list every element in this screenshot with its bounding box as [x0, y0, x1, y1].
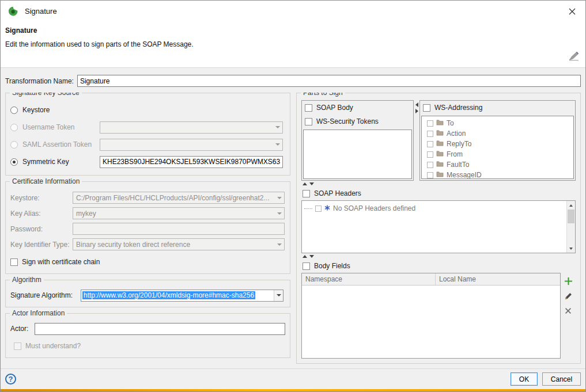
horizontal-split-divider-2[interactable] — [301, 253, 576, 259]
signature-key-source-group: Signature Key Source Keystore Username T… — [5, 93, 290, 176]
actor-input[interactable] — [35, 323, 285, 335]
soap-headers-row: SOAP Headers — [301, 187, 576, 200]
transformation-name-label: Transformation Name: — [5, 77, 74, 85]
scrollbar-thumb[interactable] — [568, 210, 574, 223]
body-fields-table: Namespace Local Name — [301, 273, 561, 359]
password-label: Password: — [10, 225, 73, 233]
column-header-local-name[interactable]: Local Name — [436, 273, 560, 285]
saml-assertion-radio-label: SAML Assertion Token — [22, 140, 92, 149]
parts-top-split: SOAP Body WS-Security Tokens — [301, 100, 576, 181]
soap-headers-box: No SOAP Headers defined — [301, 200, 576, 253]
symmetric-key-radio[interactable] — [10, 158, 18, 166]
help-icon[interactable]: ? — [5, 374, 16, 385]
tree-line — [304, 208, 312, 209]
symmetric-key-input[interactable] — [100, 156, 283, 168]
keystore-path-label: Keystore: — [10, 194, 73, 202]
header-panel: Signature Edit the information used to s… — [1, 22, 585, 68]
tree-item-label: FaultTo — [447, 161, 469, 169]
add-icon[interactable] — [564, 276, 573, 286]
page-title: Signature — [5, 26, 580, 35]
delete-x-icon[interactable] — [564, 306, 573, 315]
folder-icon — [436, 119, 444, 127]
column-header-namespace[interactable]: Namespace — [302, 273, 436, 285]
actor-information-group: Actor Information Actor: Must understand… — [5, 313, 290, 358]
chevron-down-icon — [273, 126, 282, 128]
transformation-name-input[interactable] — [77, 75, 581, 87]
app-icon — [7, 6, 19, 17]
collapse-down-icon[interactable] — [309, 182, 314, 185]
ok-button[interactable]: OK — [511, 372, 538, 386]
asterisk-icon — [324, 204, 330, 212]
password-row: Password: — [10, 221, 285, 237]
signature-pen-icon — [568, 51, 580, 63]
parts-to-sign-title: Parts to Sign — [301, 93, 345, 97]
key-identifier-type-label: Key Identifier Type: — [10, 241, 73, 249]
soap-headers-scrollbar[interactable] — [566, 201, 575, 253]
collapse-down-icon[interactable] — [309, 255, 314, 258]
tree-item-to[interactable]: To — [423, 118, 572, 128]
tree-item-replyto[interactable]: ReplyTo — [423, 139, 572, 149]
vertical-split-divider[interactable] — [414, 100, 419, 181]
collapse-up-icon[interactable] — [303, 182, 307, 185]
actor-information-title: Actor Information — [10, 309, 67, 317]
no-soap-headers-row: No SOAP Headers defined — [304, 204, 564, 212]
signature-algorithm-label: Signature Algorithm: — [10, 291, 81, 299]
folder-icon — [436, 161, 444, 169]
edit-pencil-icon[interactable] — [564, 291, 573, 300]
key-alias-row: Key Alias: mykey — [10, 205, 285, 221]
body-fields-toolbar — [561, 273, 576, 359]
body-fields-checkbox[interactable] — [303, 262, 310, 270]
saml-assertion-combo — [100, 139, 283, 151]
tree-item-checkbox[interactable] — [427, 151, 433, 158]
tree-item-checkbox[interactable] — [427, 141, 433, 147]
horizontal-split-divider[interactable] — [301, 181, 576, 187]
tree-item-messageid[interactable]: MessageID — [423, 170, 572, 179]
must-understand-label: Must understand? — [25, 342, 81, 350]
tree-item-label: ReplyTo — [447, 140, 471, 148]
keystore-radio[interactable] — [10, 106, 18, 114]
key-alias-combo: mykey — [73, 207, 285, 219]
username-token-radio-label: Username Token — [22, 123, 75, 131]
scroll-up-icon[interactable] — [567, 201, 575, 210]
ws-addressing-list: To Action ReplyTo — [421, 116, 574, 179]
scroll-down-icon[interactable] — [567, 244, 575, 253]
chevron-down-icon — [273, 143, 282, 146]
tree-item-checkbox[interactable] — [427, 162, 433, 168]
soap-body-checkbox[interactable] — [305, 104, 312, 112]
window-bottom-border — [1, 389, 585, 391]
ws-security-tokens-checkbox[interactable] — [305, 118, 312, 125]
sign-chain-checkbox[interactable] — [10, 258, 18, 266]
keystore-path-row: Keystore: C:/Program Files/HCL/HCLProduc… — [10, 190, 285, 205]
tree-item-from[interactable]: From — [423, 149, 572, 159]
tree-item-checkbox[interactable] — [427, 172, 433, 178]
no-soap-headers-label: No SOAP Headers defined — [333, 204, 415, 212]
signature-algorithm-combo[interactable]: http://www.w3.org/2001/04/xmldsig-more#h… — [81, 290, 283, 302]
chevron-down-icon[interactable] — [274, 290, 283, 301]
scrollbar-track[interactable] — [567, 210, 575, 244]
saml-assertion-radio — [10, 141, 18, 149]
key-identifier-type-combo: Binary security token direct reference — [73, 238, 285, 250]
cancel-button[interactable]: Cancel — [542, 372, 581, 386]
certificate-information-group: Certificate Information Keystore: C:/Pro… — [5, 181, 290, 274]
keystore-radio-label: Keystore — [22, 106, 50, 114]
collapse-right-icon[interactable] — [415, 109, 418, 113]
soap-body-label: SOAP Body — [316, 104, 353, 112]
collapse-left-icon[interactable] — [415, 102, 418, 107]
ws-security-tokens-list[interactable] — [303, 130, 412, 179]
actor-row: Actor: — [10, 322, 285, 336]
tree-item-checkbox[interactable] — [427, 131, 433, 137]
tree-item-checkbox[interactable] — [427, 120, 433, 127]
folder-icon — [436, 171, 444, 179]
keystore-option-row: Keystore — [10, 101, 285, 119]
signature-dialog: Signature Signature Edit the information… — [0, 0, 586, 392]
close-icon[interactable] — [559, 1, 585, 22]
ws-addressing-pane: WS-Addressing To — [419, 100, 576, 181]
collapse-up-icon[interactable] — [303, 255, 307, 258]
ws-addressing-checkbox[interactable] — [423, 104, 430, 112]
body-fields-table-body[interactable] — [302, 286, 560, 358]
body-fields-label: Body Fields — [314, 262, 350, 270]
tree-item-action[interactable]: Action — [423, 128, 572, 139]
right-column: Parts to Sign SOAP Body WS-Security Toke… — [296, 93, 581, 364]
soap-headers-checkbox[interactable] — [303, 190, 310, 197]
tree-item-faultto[interactable]: FaultTo — [423, 159, 572, 170]
